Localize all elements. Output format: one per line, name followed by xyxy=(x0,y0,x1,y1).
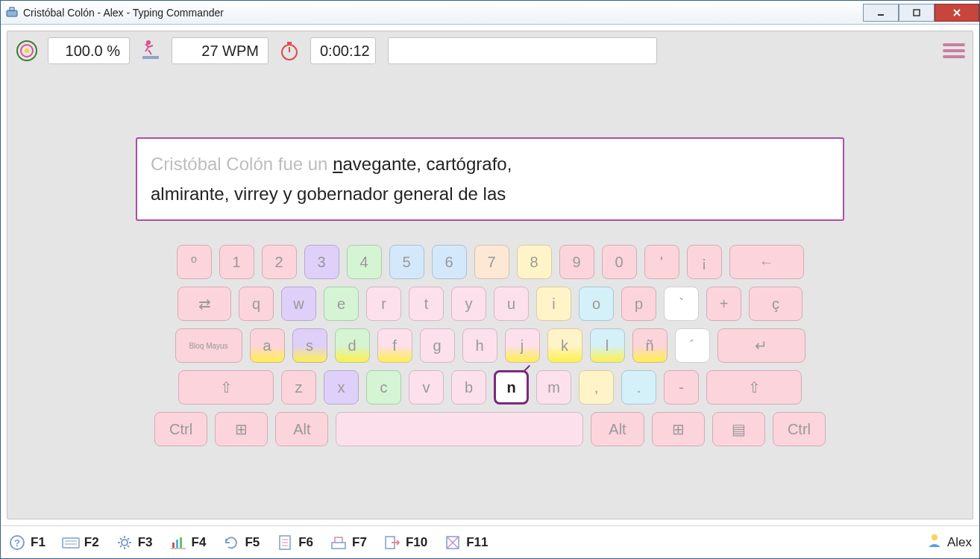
key-Alt[interactable]: Alt xyxy=(275,412,328,446)
key-ñ[interactable]: ñ xyxy=(632,328,668,363)
key-↵[interactable]: ↵ xyxy=(717,328,805,363)
key-p[interactable]: p xyxy=(621,287,656,321)
wpm-value: 27 WPM xyxy=(172,37,268,64)
svg-rect-25 xyxy=(332,543,345,549)
key-6[interactable]: 6 xyxy=(432,245,467,279)
key-'[interactable]: ' xyxy=(644,245,679,279)
user-icon xyxy=(926,532,943,552)
key-´[interactable]: ´ xyxy=(675,328,710,363)
key-m[interactable]: m xyxy=(536,370,571,405)
user-label[interactable]: Alex xyxy=(926,532,972,552)
f3-button[interactable]: F3 xyxy=(116,534,153,552)
keyboard-row-2: ⇄qwertyuiop`+ç xyxy=(154,287,826,321)
key-.[interactable]: . xyxy=(621,370,656,405)
key-r[interactable]: r xyxy=(366,287,401,321)
key-o[interactable]: o xyxy=(579,287,614,321)
key-j[interactable]: j xyxy=(505,328,540,363)
f1-button[interactable]: ?F1 xyxy=(8,534,45,552)
key-u[interactable]: u xyxy=(494,287,529,321)
key-e[interactable]: e xyxy=(324,287,359,321)
tray-icon xyxy=(330,534,348,552)
gear-icon xyxy=(116,534,134,552)
key-z[interactable]: z xyxy=(281,370,316,405)
key-c[interactable]: c xyxy=(366,370,401,405)
key-⇧[interactable]: ⇧ xyxy=(706,370,802,405)
key-a[interactable]: a xyxy=(250,328,285,363)
key-8[interactable]: 8 xyxy=(517,245,552,279)
key-⊞[interactable]: ⊞ xyxy=(215,412,268,446)
key-▤[interactable]: ▤ xyxy=(712,412,765,446)
key-,[interactable]: , xyxy=(579,370,614,405)
key-n[interactable]: n xyxy=(494,370,529,405)
keyboard-row-3: Bloq Mayusasdfghjklñ´↵ xyxy=(154,328,826,363)
key-º[interactable]: º xyxy=(177,245,212,279)
key-0[interactable]: 0 xyxy=(602,245,637,279)
svg-rect-20 xyxy=(180,537,182,548)
close-button[interactable] xyxy=(935,4,979,22)
svg-rect-0 xyxy=(7,10,17,16)
key-7[interactable]: 7 xyxy=(474,245,509,279)
key-space[interactable] xyxy=(336,412,583,446)
key-5[interactable]: 5 xyxy=(389,245,424,279)
f6-button[interactable]: F6 xyxy=(276,534,313,552)
key-s[interactable]: s xyxy=(292,328,327,363)
fullscreen-icon xyxy=(444,534,462,552)
key-⊞[interactable]: ⊞ xyxy=(652,412,705,446)
key-x[interactable]: x xyxy=(324,370,359,405)
key-f[interactable]: f xyxy=(377,328,412,363)
key-3[interactable]: 3 xyxy=(304,245,339,279)
restart-icon xyxy=(222,534,240,552)
key-⇄[interactable]: ⇄ xyxy=(178,287,231,321)
document-icon xyxy=(276,534,294,552)
key-Ctrl[interactable]: Ctrl xyxy=(773,412,826,446)
key-b[interactable]: b xyxy=(451,370,486,405)
key-d[interactable]: d xyxy=(335,328,370,363)
f11-button[interactable]: F11 xyxy=(444,534,488,552)
accuracy-value: 100.0 % xyxy=(48,37,130,64)
maximize-button[interactable] xyxy=(899,4,935,22)
typed-text: Cristóbal Colón fue un xyxy=(151,154,333,174)
f5-button[interactable]: F5 xyxy=(222,534,260,552)
key-Bloq Mayus[interactable]: Bloq Mayus xyxy=(175,328,242,363)
f4-button[interactable]: F4 xyxy=(169,534,207,552)
typing-input[interactable] xyxy=(388,37,657,64)
key-g[interactable]: g xyxy=(420,328,455,363)
f7-button[interactable]: F7 xyxy=(330,534,367,552)
key-1[interactable]: 1 xyxy=(219,245,254,279)
f2-button[interactable]: F2 xyxy=(62,534,99,552)
svg-rect-14 xyxy=(63,538,79,548)
key--[interactable]: - xyxy=(664,370,699,405)
key-y[interactable]: y xyxy=(451,287,486,321)
key-4[interactable]: 4 xyxy=(347,245,382,279)
f10-button[interactable]: F10 xyxy=(383,534,427,552)
key-w[interactable]: w xyxy=(281,287,316,321)
svg-point-17 xyxy=(122,540,128,546)
key-q[interactable]: q xyxy=(239,287,274,321)
exit-icon xyxy=(383,534,401,552)
key-+[interactable]: + xyxy=(706,287,741,321)
pending-text-1: avegante, cartógrafo, xyxy=(343,154,512,174)
key-l[interactable]: l xyxy=(590,328,625,363)
key-⇧[interactable]: ⇧ xyxy=(178,370,274,405)
svg-rect-19 xyxy=(176,540,178,548)
key-9[interactable]: 9 xyxy=(559,245,594,279)
key-v[interactable]: v xyxy=(409,370,444,405)
key-t[interactable]: t xyxy=(409,287,444,321)
svg-point-5 xyxy=(25,49,29,53)
key-k[interactable]: k xyxy=(547,328,582,363)
key-←[interactable]: ← xyxy=(729,245,804,279)
svg-point-28 xyxy=(932,534,937,540)
key-Ctrl[interactable]: Ctrl xyxy=(154,412,207,446)
key-¡[interactable]: ¡ xyxy=(687,245,722,279)
key-h[interactable]: h xyxy=(462,328,497,363)
key-i[interactable]: i xyxy=(536,287,571,321)
hamburger-icon[interactable] xyxy=(943,42,965,60)
key-`[interactable]: ` xyxy=(664,287,699,321)
app-icon xyxy=(5,6,19,19)
key-ç[interactable]: ç xyxy=(749,287,802,321)
app-body: 100.0 % 27 WPM 0:00:12 Cristóbal Colón f… xyxy=(1,25,979,558)
key-2[interactable]: 2 xyxy=(262,245,297,279)
svg-rect-8 xyxy=(287,42,292,44)
minimize-button[interactable] xyxy=(863,4,899,22)
key-Alt[interactable]: Alt xyxy=(591,412,644,446)
